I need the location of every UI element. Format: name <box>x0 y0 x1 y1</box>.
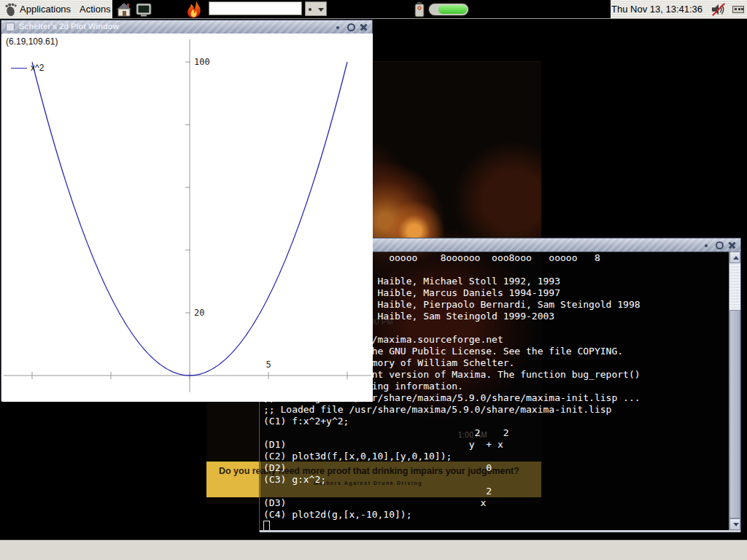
parabola-chart: 100205 <box>2 34 373 402</box>
legend: x^2 <box>11 63 44 73</box>
svg-text:100: 100 <box>194 57 210 67</box>
mini-commander-applet <box>305 1 327 16</box>
command-line-input[interactable] <box>209 1 302 15</box>
minimize-button[interactable] <box>333 22 343 32</box>
desktop: 11:00 PM 1:00 AM Do you really need more… <box>0 0 747 560</box>
minimize-button[interactable] <box>701 240 711 250</box>
home-launcher-icon[interactable] <box>115 1 133 18</box>
scrollbar-thumb[interactable] <box>729 310 740 518</box>
svg-text:20: 20 <box>194 308 204 318</box>
battery-icon <box>413 1 426 18</box>
terminal-scrollbar[interactable] <box>729 252 740 530</box>
terminal-cursor <box>263 521 270 530</box>
legend-label: x^2 <box>31 63 44 73</box>
plot-window: Schelter's 2d Plot Window 100205 (6.19,1… <box>1 20 373 402</box>
taskbar: [2003-11-13] 2d plot Terminal <box>0 540 747 560</box>
dropdown-arrow-icon[interactable] <box>318 8 324 12</box>
legend-line-sample <box>11 68 27 69</box>
svg-text:5: 5 <box>266 359 271 370</box>
scrollbar-track[interactable] <box>729 263 740 310</box>
battery-charge-level <box>438 5 467 14</box>
battery-charge-meter <box>427 2 470 17</box>
close-button[interactable] <box>359 22 369 32</box>
menu-actions[interactable]: Actions <box>80 0 111 18</box>
plot-titlebar[interactable]: Schelter's 2d Plot Window <box>1 20 372 34</box>
bullet-icon[interactable] <box>309 8 311 11</box>
flame-launcher-icon[interactable] <box>184 0 206 19</box>
clock[interactable]: Thu Nov 13, 13:41:36 <box>611 0 703 18</box>
close-button[interactable] <box>727 240 738 250</box>
cursor-coordinates-readout: (6.19,109.61) <box>6 36 58 47</box>
terminal-launcher-icon[interactable] <box>135 1 152 18</box>
maximize-button[interactable] <box>346 22 356 32</box>
maximize-button[interactable] <box>714 240 724 250</box>
menu-applications[interactable]: Applications <box>20 0 71 18</box>
volume-muted-icon[interactable] <box>709 2 728 17</box>
scrollbar-down-button[interactable] <box>729 518 740 530</box>
plot-canvas: 100205 (6.19,109.61) x^2 <box>2 34 373 402</box>
top-panel: Applications Actions <box>0 0 747 19</box>
terminal-bottom-border <box>260 530 740 532</box>
gnome-foot-menu-icon[interactable] <box>4 2 18 17</box>
keyboard-indicator-icon[interactable] <box>732 6 744 13</box>
plot-window-title: Schelter's 2d Plot Window <box>19 22 119 31</box>
window-icon <box>6 23 15 31</box>
scrollbar-up-button[interactable] <box>729 252 740 263</box>
